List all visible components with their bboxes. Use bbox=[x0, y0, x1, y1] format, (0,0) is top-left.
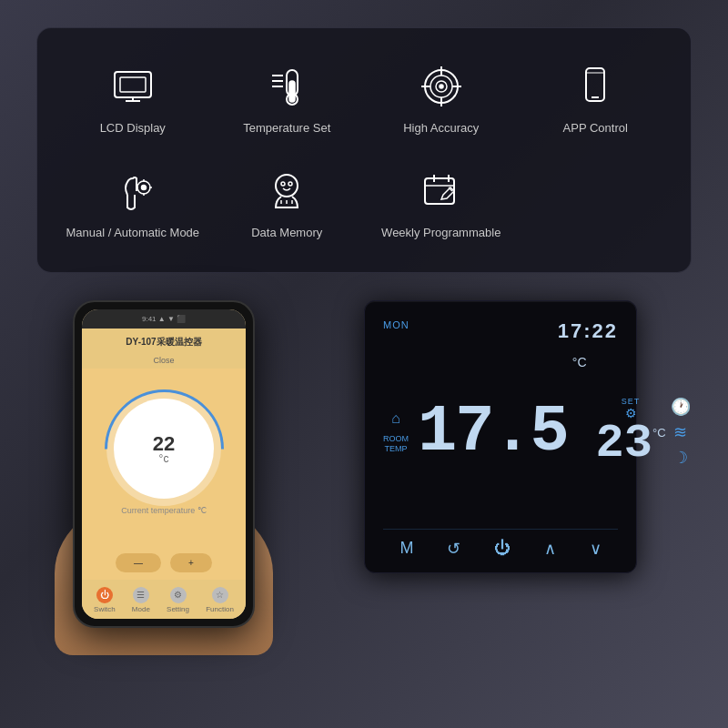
clock-icon: 🕐 bbox=[671, 397, 691, 417]
set-label: SET bbox=[622, 397, 641, 406]
thermostat-top-bar: MON 17:22 bbox=[383, 319, 618, 343]
thermometer-icon bbox=[259, 59, 314, 114]
svg-point-15 bbox=[440, 85, 443, 88]
feature-memory-label: Data Memory bbox=[251, 226, 322, 241]
moon-icon: ☽ bbox=[673, 448, 688, 468]
phone-nav-bar: ⏻ Switch ☰ Mode ⚙ Setting ☆ Function bbox=[82, 580, 246, 619]
lcd-icon bbox=[106, 59, 160, 114]
feature-manual-auto: Manual / Automatic Mode bbox=[56, 155, 210, 250]
phone-device: 9:41 ▲ ▼ ⬛ DY-107采暖温控器 Close 22 °c Curre… bbox=[73, 300, 255, 628]
nav-function[interactable]: ☆ Function bbox=[206, 587, 234, 613]
feature-temp-label: Temperature Set bbox=[243, 121, 330, 136]
feature-app-control: APP Control bbox=[519, 50, 673, 146]
feature-manual-label: Manual / Automatic Mode bbox=[66, 226, 199, 241]
phone-icon bbox=[568, 59, 622, 114]
setting-nav-icon: ⚙ bbox=[170, 587, 187, 603]
up-button[interactable]: ∧ bbox=[544, 539, 556, 559]
thermostat-buttons: M ↺ ⏻ ∧ ∨ bbox=[383, 529, 618, 559]
current-temp-unit: °C bbox=[572, 355, 587, 369]
phone-status-bar: 9:41 ▲ ▼ ⬛ bbox=[142, 315, 186, 323]
home-icon: ⌂ bbox=[391, 410, 400, 427]
bottom-section: 9:41 ▲ ▼ ⬛ DY-107采暖温控器 Close 22 °c Curre… bbox=[36, 300, 692, 628]
nav-mode-label: Mode bbox=[132, 605, 150, 613]
nav-setting-label: Setting bbox=[167, 605, 189, 613]
svg-point-24 bbox=[141, 185, 146, 189]
down-button[interactable]: ∨ bbox=[590, 539, 602, 559]
feature-accuracy-label: High Accuracy bbox=[403, 121, 479, 136]
current-temp-display: 17.5 bbox=[418, 399, 568, 465]
mode-nav-icon: ☰ bbox=[133, 587, 149, 603]
phone-circle-area: 22 °c Current temperature ℃ bbox=[82, 369, 246, 546]
nav-setting[interactable]: ⚙ Setting bbox=[167, 587, 189, 613]
svg-point-30 bbox=[281, 182, 285, 186]
svg-point-11 bbox=[289, 96, 295, 102]
app-title: DY-107采暖温控器 bbox=[82, 329, 246, 356]
heat-wave-icon: ≋ bbox=[673, 422, 687, 442]
features-panel: LCD Display Temperature Set bbox=[36, 27, 692, 273]
set-temp-display: 23 bbox=[596, 420, 652, 468]
calendar-edit-icon bbox=[414, 164, 469, 218]
set-temp-unit: °C bbox=[652, 426, 666, 440]
menu-button[interactable]: M bbox=[399, 539, 413, 559]
temp-circle: 22 °c bbox=[114, 399, 214, 499]
thermostat-right-icons: 🕐 ≋ ☽ bbox=[671, 397, 691, 468]
target-icon bbox=[414, 59, 469, 114]
hand-gear-icon bbox=[106, 164, 160, 218]
phone-header: 9:41 ▲ ▼ ⬛ bbox=[82, 309, 246, 329]
feature-lcd-label: LCD Display bbox=[100, 121, 166, 136]
set-temp-section: SET ⚙ 23 °C bbox=[596, 397, 666, 468]
phone-screen: 9:41 ▲ ▼ ⬛ DY-107采暖温控器 Close 22 °c Curre… bbox=[82, 309, 246, 619]
back-button[interactable]: ↺ bbox=[447, 539, 460, 559]
thermostat-time: 17:22 bbox=[558, 319, 618, 343]
svg-rect-1 bbox=[120, 77, 146, 92]
room-temp-label: ROOMTEMP bbox=[383, 434, 409, 454]
phone-control-buttons: — + bbox=[82, 546, 246, 580]
temp-unit: °c bbox=[159, 452, 169, 465]
feature-temp-set: Temperature Set bbox=[210, 50, 365, 146]
thermostat-main-display: ⌂ ROOMTEMP 17.5 °C SET ⚙ 23 °C 🕐 ≋ ☽ bbox=[383, 348, 618, 518]
head-brain-icon bbox=[259, 164, 314, 218]
current-temp-value: 22 bbox=[153, 432, 175, 456]
feature-lcd-display: LCD Display bbox=[56, 50, 210, 146]
svg-point-29 bbox=[276, 175, 298, 197]
app-subtitle: Close bbox=[82, 356, 246, 369]
switch-nav-icon: ⏻ bbox=[96, 587, 113, 603]
svg-point-31 bbox=[288, 182, 292, 186]
decrease-temp-button[interactable]: — bbox=[116, 553, 161, 572]
feature-app-label: APP Control bbox=[563, 121, 628, 136]
nav-switch[interactable]: ⏻ Switch bbox=[94, 587, 116, 613]
nav-function-label: Function bbox=[206, 605, 234, 613]
nav-mode[interactable]: ☰ Mode bbox=[132, 587, 150, 613]
thermostat-left-icons: ⌂ ROOMTEMP bbox=[383, 410, 409, 454]
thermostat-container: MON 17:22 ⌂ ROOMTEMP 17.5 °C SET ⚙ 23 °C bbox=[309, 300, 692, 573]
thermostat-day: MON bbox=[383, 319, 410, 330]
feature-data-memory: Data Memory bbox=[210, 155, 365, 250]
increase-temp-button[interactable]: + bbox=[170, 553, 212, 572]
power-button[interactable]: ⏻ bbox=[494, 539, 511, 559]
function-nav-icon: ☆ bbox=[212, 587, 228, 603]
feature-weekly-label: Weekly Programmable bbox=[381, 226, 500, 241]
feature-weekly-prog: Weekly Programmable bbox=[364, 155, 519, 250]
svg-rect-35 bbox=[425, 178, 454, 204]
nav-switch-label: Switch bbox=[94, 605, 116, 613]
feature-high-accuracy: High Accuracy bbox=[364, 50, 519, 146]
features-grid: LCD Display Temperature Set bbox=[56, 50, 672, 250]
phone-container: 9:41 ▲ ▼ ⬛ DY-107采暖温控器 Close 22 °c Curre… bbox=[36, 300, 291, 628]
thermostat-device: MON 17:22 ⌂ ROOMTEMP 17.5 °C SET ⚙ 23 °C bbox=[364, 300, 637, 573]
